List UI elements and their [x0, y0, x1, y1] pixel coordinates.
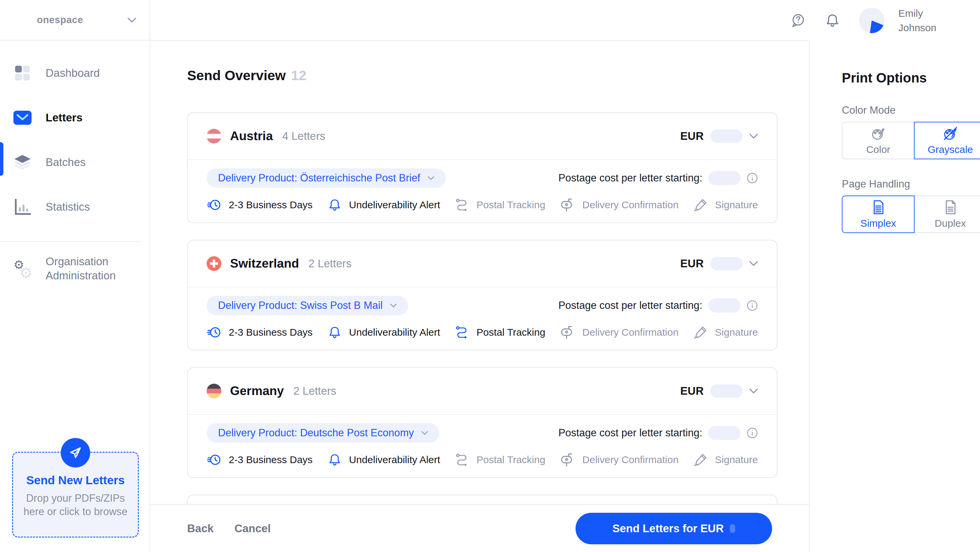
pen-icon: [694, 453, 708, 467]
clock-speed-icon: [207, 452, 221, 467]
feature-delivery-confirmation: Delivery Confirmation: [560, 197, 678, 212]
mailbox-icon: [560, 325, 575, 340]
postage-label: Postage cost per letter starting:: [558, 172, 702, 184]
sidebar-item-label: Organisation Administration: [46, 255, 116, 283]
color-mode-group: Color Grayscale: [842, 122, 980, 159]
feature-postal-tracking: Postal Tracking: [455, 198, 545, 212]
page-title: Send Overview 12: [187, 68, 307, 84]
delivery-product-dropdown[interactable]: Delivery Product: Österreichische Post B…: [207, 169, 446, 188]
send-new-letters-dropzone[interactable]: Send New Letters Drop your PDFs/ZIPs her…: [12, 452, 139, 538]
print-options-title: Print Options: [842, 70, 980, 86]
postage-skeleton: [708, 299, 741, 313]
pen-icon: [694, 198, 708, 212]
letters-count: 2 Letters: [293, 385, 336, 398]
currency-code: EUR: [680, 385, 704, 398]
bell-icon: [328, 453, 342, 467]
help-icon[interactable]: [791, 13, 806, 28]
feature-delivery-time: 2-3 Business Days: [207, 197, 313, 212]
route-icon: [455, 198, 469, 212]
feature-undeliverability-alert: Undeliverability Alert: [328, 453, 441, 467]
brand-name: onespace: [37, 14, 83, 25]
back-button[interactable]: Back: [187, 522, 214, 535]
bell-icon[interactable]: [825, 13, 840, 28]
page-handling-simplex-button[interactable]: Simplex: [842, 196, 915, 233]
avatar[interactable]: [859, 8, 885, 33]
feature-signature: Signature: [694, 453, 758, 467]
chevron-down-icon[interactable]: [127, 17, 136, 23]
switzerland-flag-icon: [207, 256, 221, 271]
main-content: Send Overview 12 Austria 4 Letters EUR D…: [150, 41, 809, 552]
total-price-skeleton: [730, 524, 735, 533]
onespace-logo-icon: [10, 12, 30, 28]
color-mode-grayscale-button[interactable]: Grayscale: [914, 122, 980, 159]
country-card-germany: Germany 2 Letters EUR Delivery Product: …: [187, 367, 778, 478]
info-icon[interactable]: [746, 300, 758, 311]
delivery-product-dropdown[interactable]: Delivery Product: Swiss Post B Mail: [207, 296, 408, 315]
action-bar: Back Cancel Send Letters for EUR: [150, 504, 809, 552]
sidebar-item-batches[interactable]: Batches: [0, 140, 150, 185]
dropzone-title: Send New Letters: [13, 474, 138, 487]
sidebar-item-letters[interactable]: Letters: [0, 95, 150, 140]
user-name[interactable]: Emily Johnson: [899, 6, 936, 35]
feature-delivery-confirmation: Delivery Confirmation: [560, 325, 678, 340]
paper-plane-icon: [61, 438, 90, 468]
country-card-switzerland: Switzerland 2 Letters EUR Delivery Produ…: [187, 240, 778, 350]
dropzone-subtitle: Drop your PDFs/ZIPs here or click to bro…: [13, 492, 138, 519]
country-name: Switzerland: [230, 256, 299, 270]
postage-cost: Postage cost per letter starting:: [558, 171, 758, 185]
page-handling-label: Page Handling: [842, 178, 980, 190]
currency-price-dropdown[interactable]: EUR: [680, 384, 758, 398]
feature-delivery-confirmation: Delivery Confirmation: [560, 452, 678, 467]
sidebar-item-statistics[interactable]: Statistics: [0, 185, 150, 229]
color-mode-color-button[interactable]: Color: [842, 122, 915, 159]
route-icon: [455, 325, 469, 339]
pen-icon: [694, 325, 708, 339]
sidebar-item-label: Letters: [46, 111, 83, 124]
delivery-product-dropdown[interactable]: Delivery Product: Deutsche Post Economy: [207, 423, 439, 443]
currency-price-dropdown[interactable]: EUR: [680, 257, 758, 270]
bell-icon: [328, 198, 342, 212]
layers-icon: [13, 154, 32, 170]
palette-slash-icon: [943, 126, 958, 141]
chevron-down-icon: [749, 261, 758, 266]
info-icon[interactable]: [746, 427, 758, 439]
delivery-product-label: Delivery Product: Swiss Post B Mail: [218, 299, 383, 312]
currency-code: EUR: [680, 257, 704, 270]
bell-icon: [328, 325, 342, 339]
cancel-button[interactable]: Cancel: [234, 522, 270, 535]
sidebar-item-dashboard[interactable]: Dashboard: [0, 51, 150, 95]
gears-icon: ⚙⚙: [13, 258, 32, 279]
brand-menu[interactable]: onespace: [0, 0, 150, 41]
country-name: Germany: [230, 384, 284, 398]
clock-speed-icon: [207, 325, 221, 340]
envelope-icon: [13, 111, 32, 125]
price-skeleton: [710, 129, 743, 143]
sidebar-item-organisation-administration[interactable]: ⚙⚙ Organisation Administration: [0, 242, 150, 296]
page-handling-duplex-button[interactable]: Duplex: [914, 196, 980, 233]
send-letters-button[interactable]: Send Letters for EUR: [576, 513, 772, 544]
currency-price-dropdown[interactable]: EUR: [680, 129, 758, 143]
postage-skeleton: [708, 171, 741, 185]
mailbox-icon: [560, 452, 575, 467]
topbar-actions: Emily Johnson: [791, 0, 936, 41]
feature-signature: Signature: [694, 325, 758, 339]
document-icon: [871, 200, 886, 215]
feature-postal-tracking: Postal Tracking: [455, 453, 545, 467]
dashboard-grid-icon: [13, 65, 32, 81]
feature-delivery-time: 2-3 Business Days: [207, 325, 313, 340]
sidebar-nav: Dashboard Letters Batches: [0, 41, 150, 296]
color-mode-label: Color Mode: [842, 104, 980, 116]
info-icon[interactable]: [746, 172, 758, 184]
delivery-product-label: Delivery Product: Deutsche Post Economy: [218, 427, 414, 439]
letters-count: 2 Letters: [309, 257, 352, 270]
feature-undeliverability-alert: Undeliverability Alert: [328, 198, 441, 212]
country-card-austria: Austria 4 Letters EUR Delivery Product: …: [187, 112, 778, 223]
send-letters-label: Send Letters for EUR: [612, 522, 724, 535]
austria-flag-icon: [207, 129, 221, 143]
sidebar-item-label: Statistics: [46, 200, 90, 213]
sidebar: onespace Dashboard Lette: [0, 0, 150, 552]
feature-postal-tracking: Postal Tracking: [455, 325, 545, 339]
country-name: Austria: [230, 129, 273, 143]
postage-label: Postage cost per letter starting:: [558, 299, 702, 312]
feature-undeliverability-alert: Undeliverability Alert: [328, 325, 441, 339]
